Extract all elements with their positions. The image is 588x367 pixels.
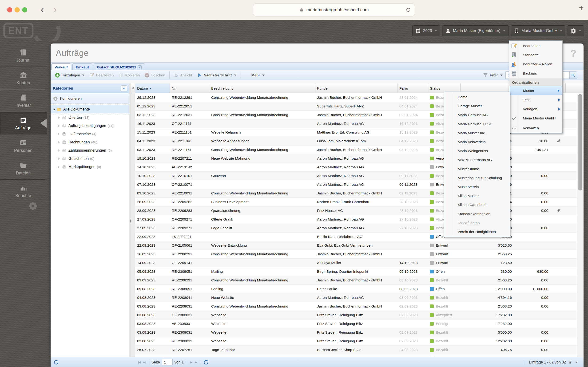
menu-item-organization[interactable]: Test bbox=[509, 95, 562, 104]
tree-item[interactable]: Zahlungserinnerungen (5) bbox=[50, 146, 129, 154]
filter-button[interactable]: Filter bbox=[483, 73, 503, 78]
tab[interactable]: Verkauf bbox=[51, 64, 71, 71]
submenu-item-organization[interactable]: Maria Gemüse TEST bbox=[444, 120, 510, 129]
column-header-datum[interactable]: Datum bbox=[135, 83, 170, 93]
table-row[interactable]: 03.08.2023 AB-2308031 Webseite Fritz Ste… bbox=[131, 319, 577, 328]
table-row[interactable]: 03.09.2023 RE-2208291 Consulting Webentw… bbox=[131, 276, 577, 285]
menu-item-organization[interactable]: Vorlagen bbox=[509, 104, 562, 114]
submenu-item-organization[interactable]: Musterlösung zur Schulung bbox=[444, 174, 510, 183]
submenu-item-organization[interactable]: Garage Muster bbox=[444, 101, 510, 110]
previous-page-button[interactable]: ◀ bbox=[142, 360, 146, 364]
sidebar-item[interactable]: Konten bbox=[0, 67, 47, 89]
fiscal-year-button[interactable]: 2023 bbox=[412, 25, 440, 36]
tree-item-all-documents[interactable]: Alle Dokumente bbox=[50, 105, 129, 113]
user-menu-button[interactable]: Maria Muster (Eigentümer) bbox=[442, 25, 509, 36]
tree-collapsed-caret-icon[interactable] bbox=[58, 124, 60, 127]
sidebar-item[interactable]: Personen bbox=[0, 134, 47, 157]
tree-collapsed-caret-icon[interactable] bbox=[58, 116, 60, 119]
window-close-button[interactable] bbox=[7, 7, 12, 12]
new-tab-button[interactable]: + bbox=[579, 3, 584, 13]
sidebar-item[interactable]: Journal bbox=[0, 44, 47, 67]
tree-item[interactable]: Lieferscheine (4) bbox=[50, 130, 129, 138]
submenu-item-organization[interactable]: Muster-Immo bbox=[444, 165, 510, 174]
tree-collapsed-caret-icon[interactable] bbox=[58, 141, 60, 144]
tree-collapsed-caret-icon[interactable] bbox=[58, 157, 60, 160]
table-row[interactable]: 25.07.2023 RE-2207251 Togo- Zubehör Barb… bbox=[131, 346, 577, 354]
browser-forward-button[interactable]: › bbox=[50, 3, 60, 16]
table-row[interactable]: 16.09.2023 RE-2208291 Consulting Webentw… bbox=[131, 250, 577, 259]
window-minimize-button[interactable] bbox=[15, 7, 20, 12]
scrollbar-thumb[interactable] bbox=[578, 94, 582, 191]
table-row[interactable]: 09.08.2023 RE-2308091 Scaling Peter Pauk… bbox=[131, 285, 577, 293]
tree-expanded-caret-icon[interactable] bbox=[53, 108, 55, 110]
toolbar-button[interactable]: Mehr bbox=[241, 71, 267, 79]
sidebar-item[interactable]: Inventar bbox=[0, 89, 47, 112]
column-header-faellig[interactable]: Fällig bbox=[397, 83, 428, 93]
sidebar-gear-icon[interactable] bbox=[29, 201, 37, 210]
column-header-kunde[interactable]: Kunde bbox=[315, 83, 397, 93]
submenu-item-organization[interactable]: Maria Muster Inc. bbox=[444, 129, 510, 138]
menu-item[interactable]: Standorte bbox=[509, 50, 562, 59]
menu-item-manage[interactable]: Verwalten bbox=[509, 124, 562, 133]
browser-back-button[interactable]: ‹ bbox=[38, 3, 47, 16]
menu-item[interactable]: Bearbeiten bbox=[509, 41, 562, 50]
table-row[interactable]: 03.08.2023 RE-2308032 Webseite Fritz Ste… bbox=[131, 337, 577, 346]
last-page-button[interactable]: ▶| bbox=[193, 360, 198, 364]
sidebar-item[interactable]: Aufträge bbox=[0, 112, 47, 134]
categories-refresh-icon[interactable] bbox=[53, 359, 59, 365]
help-button[interactable]: ? bbox=[570, 48, 577, 59]
search-button[interactable] bbox=[569, 71, 577, 79]
toolbar-button[interactable]: Nächster Schritt bbox=[194, 71, 239, 79]
submenu-item-organization[interactable]: Standardkontenplan bbox=[444, 209, 510, 218]
table-row[interactable]: 14.09.2023 OF-2209141 Abinaya Müller 14.… bbox=[131, 259, 577, 267]
submenu-item-organization[interactable]: Musterverein bbox=[444, 183, 510, 191]
column-header-attachment[interactable] bbox=[131, 83, 135, 93]
submenu-item-organization[interactable]: Verein der Honigbienen bbox=[444, 227, 510, 236]
address-bar[interactable]: mariamustergmbh.cashctrl.com bbox=[253, 3, 415, 17]
table-row[interactable]: 03.08.2023 RE-2208031 Consulting Webentw… bbox=[131, 302, 577, 311]
tree-item[interactable]: Marktquittungen (0) bbox=[50, 163, 129, 171]
column-header-beschreibung[interactable]: Beschreibung bbox=[209, 83, 315, 93]
toolbar-button[interactable]: Kopieren bbox=[116, 71, 142, 79]
tab-close-icon[interactable]: ✕ bbox=[138, 65, 142, 69]
reload-icon[interactable] bbox=[405, 7, 411, 13]
tree-item[interactable]: Rechnungen (46) bbox=[50, 138, 129, 146]
column-header-nr[interactable]: Nr. bbox=[170, 83, 209, 93]
splitter-collapse-icon[interactable] bbox=[129, 219, 131, 223]
panel-splitter[interactable] bbox=[129, 83, 131, 357]
submenu-item-organization[interactable]: Max Mustermann AG bbox=[444, 155, 510, 164]
table-row[interactable]: 04.08.2023 RE-2208041 Neue Website Aaron… bbox=[131, 293, 577, 302]
menu-item-organization[interactable]: Muster bbox=[510, 86, 562, 95]
submenu-item-organization[interactable]: Maria Weingenuss bbox=[444, 146, 510, 155]
menu-item[interactable]: Benutzer & Rollen bbox=[509, 59, 562, 69]
table-row[interactable]: 05.09.2023 RE-2309051 Mailing Birgit Spr… bbox=[131, 267, 577, 276]
menu-item-organization[interactable]: Maria Muster GmbH bbox=[509, 114, 562, 123]
table-row[interactable]: 15.07.2023 AB-2207151 Neue Website Agnes… bbox=[131, 354, 577, 357]
toolbar-button[interactable]: Bearbeiten bbox=[87, 71, 116, 79]
table-row[interactable]: 22.09.2023 OF-2105061 Webseite Entwicklu… bbox=[131, 241, 577, 250]
tab[interactable]: Einkauf bbox=[72, 64, 92, 71]
configure-button[interactable]: Konfigurieren bbox=[50, 94, 129, 104]
tree-collapsed-caret-icon[interactable] bbox=[58, 133, 60, 135]
submenu-item-organization[interactable]: Silian Muster bbox=[444, 191, 510, 200]
submenu-item-organization[interactable]: Maria Gemüse AG bbox=[444, 110, 510, 119]
table-row[interactable]: 03.08.2023 OF-2308031 Webseite Fritz Ste… bbox=[131, 311, 577, 319]
tree-item[interactable]: Gutschriften (0) bbox=[50, 154, 129, 163]
toolbar-button[interactable]: Ansicht bbox=[169, 71, 194, 79]
submenu-item-organization[interactable]: Demo bbox=[444, 93, 510, 101]
tree-collapsed-caret-icon[interactable] bbox=[58, 166, 60, 168]
sidebar-item[interactable]: Dateien bbox=[0, 157, 47, 180]
first-page-button[interactable]: |◀ bbox=[137, 360, 142, 364]
organization-menu-button[interactable]: Maria Muster GmbH bbox=[511, 25, 565, 36]
tab[interactable]: Gutschrift GU-2102091 ✕ bbox=[94, 64, 145, 71]
page-number-input[interactable] bbox=[162, 359, 173, 365]
entries-per-page-button[interactable]: # bbox=[569, 360, 571, 364]
vertical-scrollbar[interactable] bbox=[577, 93, 584, 357]
table-row[interactable]: 03.08.2023 RE-2308031 Webseite Fritz Ste… bbox=[131, 328, 577, 337]
menu-item[interactable]: Backups bbox=[509, 69, 562, 78]
submenu-item-organization[interactable]: Topsoft demo bbox=[444, 218, 510, 227]
next-page-button[interactable]: ▶ bbox=[189, 360, 193, 364]
table-refresh-icon[interactable] bbox=[203, 359, 209, 365]
toolbar-button[interactable]: Hinzufügen bbox=[52, 71, 87, 79]
tree-item[interactable]: Auftragsbestätigungen (14) bbox=[50, 122, 129, 130]
